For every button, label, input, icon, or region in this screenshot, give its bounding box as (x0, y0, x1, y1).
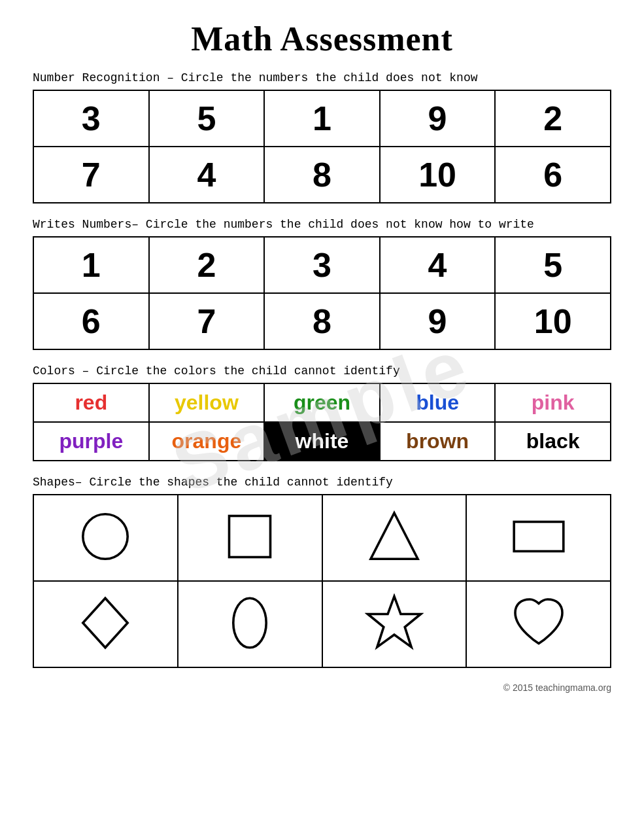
colors-table: red yellow green blue pink purple orange… (33, 383, 611, 461)
footer: © 2015 teachingmama.org (33, 682, 611, 693)
circle-icon (76, 507, 135, 566)
color-cell-black: black (495, 422, 611, 461)
shape-cell-diamond (33, 581, 178, 667)
table-cell: 2 (495, 90, 611, 147)
color-cell-purple: purple (33, 422, 149, 461)
shape-cell-circle (33, 495, 178, 581)
svg-point-5 (233, 598, 266, 648)
table-cell: 2 (149, 237, 265, 293)
number-recognition-label: Number Recognition – Circle the numbers … (33, 71, 611, 84)
svg-marker-2 (371, 513, 418, 559)
svg-point-0 (83, 514, 127, 559)
star-icon (365, 593, 424, 652)
table-cell: 4 (149, 147, 265, 203)
table-cell: 9 (380, 90, 496, 147)
table-cell: 3 (33, 90, 149, 147)
writes-numbers-table: 1 2 3 4 5 6 7 8 9 10 (33, 236, 611, 350)
svg-marker-4 (83, 598, 127, 648)
table-cell: 4 (380, 237, 496, 293)
table-cell: 9 (380, 293, 496, 349)
color-cell-red: red (33, 383, 149, 422)
triangle-icon (365, 507, 424, 566)
shape-cell-star (322, 581, 467, 667)
oval-icon (220, 593, 279, 652)
rectangle-icon (509, 507, 568, 566)
table-cell: 1 (33, 237, 149, 293)
square-icon (220, 507, 279, 566)
shape-cell-rectangle (466, 495, 611, 581)
table-cell: 6 (495, 147, 611, 203)
table-cell: 8 (264, 147, 380, 203)
shape-cell-oval (178, 581, 322, 667)
color-cell-brown: brown (380, 422, 496, 461)
table-cell: 10 (495, 293, 611, 349)
writes-numbers-label: Writes Numbers– Circle the numbers the c… (33, 218, 611, 231)
color-cell-blue: blue (380, 383, 496, 422)
color-cell-green: green (264, 383, 380, 422)
number-recognition-table: 3 5 1 9 2 7 4 8 10 6 (33, 90, 611, 203)
table-cell: 8 (264, 293, 380, 349)
shapes-table (33, 494, 611, 668)
svg-rect-1 (229, 516, 271, 557)
table-cell: 5 (495, 237, 611, 293)
page-title: Math Assessment (33, 20, 611, 58)
shape-cell-heart (466, 581, 611, 667)
table-cell: 6 (33, 293, 149, 349)
svg-rect-3 (514, 522, 564, 552)
table-cell: 1 (264, 90, 380, 147)
table-cell: 7 (149, 293, 265, 349)
shape-cell-triangle (322, 495, 467, 581)
table-cell: 3 (264, 237, 380, 293)
diamond-icon (76, 593, 135, 652)
table-cell: 10 (380, 147, 496, 203)
color-cell-orange: orange (149, 422, 265, 461)
shapes-label: Shapes– Circle the shapes the child cann… (33, 476, 611, 489)
color-cell-yellow: yellow (149, 383, 265, 422)
color-cell-pink: pink (495, 383, 611, 422)
colors-label: Colors – Circle the colors the child can… (33, 364, 611, 378)
svg-marker-6 (367, 597, 420, 647)
table-cell: 7 (33, 147, 149, 203)
shape-cell-square (178, 495, 322, 581)
table-cell: 5 (149, 90, 265, 147)
color-cell-white: white (264, 422, 380, 461)
heart-icon (509, 593, 568, 652)
